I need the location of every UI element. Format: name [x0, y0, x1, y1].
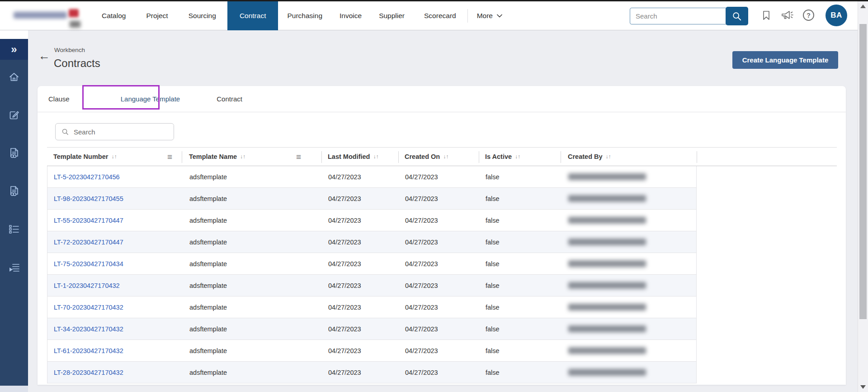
sort-icon[interactable]: ↓↑	[373, 153, 378, 160]
document-link-icon[interactable]	[8, 147, 20, 159]
created-on-text: 04/27/2023	[405, 304, 438, 311]
column-header-template-name[interactable]: Template Name↓↑	[189, 148, 245, 166]
document-link-icon[interactable]	[8, 185, 20, 197]
created-on-text: 04/27/2023	[405, 347, 438, 354]
nav-item-project[interactable]: Project	[146, 12, 168, 20]
nav-item-contract[interactable]: Contract	[227, 1, 278, 30]
indent-list-icon[interactable]	[8, 261, 20, 273]
scroll-up-arrow-icon[interactable]	[860, 5, 866, 8]
help-icon[interactable]: ?	[803, 10, 814, 21]
user-avatar[interactable]: BA	[826, 5, 847, 26]
nav-item-purchasing[interactable]: Purchasing	[287, 12, 322, 20]
template-number-link[interactable]: LT-70-20230427170432	[54, 304, 123, 311]
column-menu-icon[interactable]: ≡	[167, 152, 172, 162]
scroll-down-arrow-icon[interactable]	[860, 385, 866, 389]
column-label: Last Modified	[328, 153, 370, 160]
template-number-link[interactable]: LT-1-20230427170432	[54, 282, 120, 289]
last-modified-text: 04/27/2023	[328, 217, 361, 224]
template-name-text: adsftemplate	[189, 369, 227, 376]
sort-icon[interactable]: ↓↑	[443, 153, 448, 160]
table-search	[55, 123, 174, 140]
column-header-created-on[interactable]: Created On↓↑	[405, 148, 448, 166]
nav-item-catalog[interactable]: Catalog	[102, 12, 126, 20]
created-by-blurred	[568, 325, 646, 332]
created-by-cell	[568, 210, 646, 231]
template-number-cell: LT-98-20230427170455	[54, 188, 123, 209]
back-arrow-icon[interactable]: ←	[38, 50, 50, 62]
megaphone-icon[interactable]	[780, 9, 794, 22]
bookmark-icon[interactable]	[760, 10, 772, 21]
is-active-cell: false	[486, 296, 500, 318]
tab-contract[interactable]: Contract	[217, 95, 242, 103]
template-name-text: adsftemplate	[189, 304, 227, 311]
created-by-blurred	[568, 282, 646, 289]
created-by-blurred	[568, 195, 646, 202]
template-number-link[interactable]: LT-75-20230427170434	[54, 260, 123, 268]
home-icon[interactable]	[8, 71, 20, 83]
is-active-cell: false	[486, 231, 500, 253]
tab-language-template[interactable]: Language Template	[121, 95, 180, 103]
table-search-input[interactable]	[74, 125, 174, 139]
template-number-link[interactable]: LT-34-20230427170432	[54, 325, 123, 333]
nav-item-sourcing[interactable]: Sourcing	[189, 12, 216, 20]
template-number-link[interactable]: LT-98-20230427170455	[54, 195, 123, 202]
table-row: LT-75-20230427170434 adsftemplate 04/27/…	[47, 253, 696, 275]
template-number-link[interactable]: LT-28-20230427170432	[54, 369, 123, 376]
is-active-text: false	[486, 239, 500, 246]
template-number-link[interactable]: LT-55-20230427170447	[54, 217, 123, 224]
column-header-last-modified[interactable]: Last Modified↓↑	[328, 148, 378, 166]
created-on-text: 04/27/2023	[405, 282, 438, 289]
sort-icon[interactable]: ↓↑	[515, 153, 520, 160]
table-row: LT-28-20230427170432 adsftemplate 04/27/…	[47, 362, 696, 383]
column-header-created-by[interactable]: Created By↓↑	[568, 148, 611, 166]
expand-sidebar-button[interactable]: »	[0, 39, 28, 60]
created-on-text: 04/27/2023	[405, 260, 438, 268]
last-modified-cell: 04/27/2023	[328, 253, 361, 274]
table-row: LT-55-20230427170447 adsftemplate 04/27/…	[47, 210, 696, 231]
nav-item-supplier[interactable]: Supplier	[379, 12, 405, 20]
template-number-cell: LT-72-20230427170447	[54, 231, 123, 253]
sort-icon[interactable]: ↓↑	[111, 153, 117, 160]
global-search-input[interactable]	[630, 8, 726, 24]
tab-clause[interactable]: Clause	[48, 95, 70, 103]
search-icon	[61, 128, 69, 136]
sort-icon[interactable]: ↓↑	[606, 153, 611, 160]
page-title: Contracts	[54, 57, 100, 70]
sort-icon[interactable]: ↓↑	[240, 153, 245, 160]
vertical-scrollbar[interactable]	[858, 1, 868, 392]
create-language-template-button[interactable]: Create Language Template	[732, 51, 838, 69]
template-number-link[interactable]: LT-5-20230427170456	[54, 173, 120, 181]
template-number-cell: LT-75-20230427170434	[54, 253, 123, 274]
template-number-link[interactable]: LT-72-20230427170447	[54, 239, 123, 246]
created-on-text: 04/27/2023	[405, 195, 438, 202]
template-name-text: adsftemplate	[189, 325, 227, 333]
sidebar-spacer	[0, 30, 28, 39]
template-name-cell: adsftemplate	[189, 166, 227, 187]
table-row: LT-5-20230427170456 adsftemplate 04/27/2…	[47, 166, 696, 188]
template-name-cell: adsftemplate	[189, 296, 227, 318]
sidebar-icon-rail	[0, 60, 28, 386]
scrollbar-thumb[interactable]	[859, 24, 867, 319]
last-modified-cell: 04/27/2023	[328, 296, 361, 318]
column-label: Is Active	[485, 153, 512, 160]
column-menu-icon[interactable]: ≡	[296, 152, 301, 162]
template-name-text: adsftemplate	[189, 173, 227, 181]
column-label: Created By	[568, 153, 603, 160]
breadcrumb: Workbench	[54, 47, 85, 53]
checklist-icon[interactable]	[8, 223, 20, 235]
created-on-cell: 04/27/2023	[405, 210, 438, 231]
nav-item-scorecard[interactable]: Scorecard	[424, 12, 456, 20]
compose-icon[interactable]	[8, 109, 20, 121]
global-search-button[interactable]	[726, 7, 748, 25]
template-name-text: adsftemplate	[189, 239, 227, 246]
nav-item-more[interactable]: More	[477, 12, 502, 20]
template-name-cell: adsftemplate	[189, 340, 227, 361]
template-number-cell: LT-70-20230427170432	[54, 296, 123, 318]
nav-item-invoice[interactable]: Invoice	[340, 12, 362, 20]
company-logo-blurred	[5, 6, 78, 29]
template-name-cell: adsftemplate	[189, 275, 227, 296]
created-by-cell	[568, 188, 646, 209]
template-number-link[interactable]: LT-61-20230427170432	[54, 347, 123, 354]
column-header-template-number[interactable]: Template Number↓↑	[53, 148, 117, 166]
column-header-is-active[interactable]: Is Active↓↑	[485, 148, 520, 166]
